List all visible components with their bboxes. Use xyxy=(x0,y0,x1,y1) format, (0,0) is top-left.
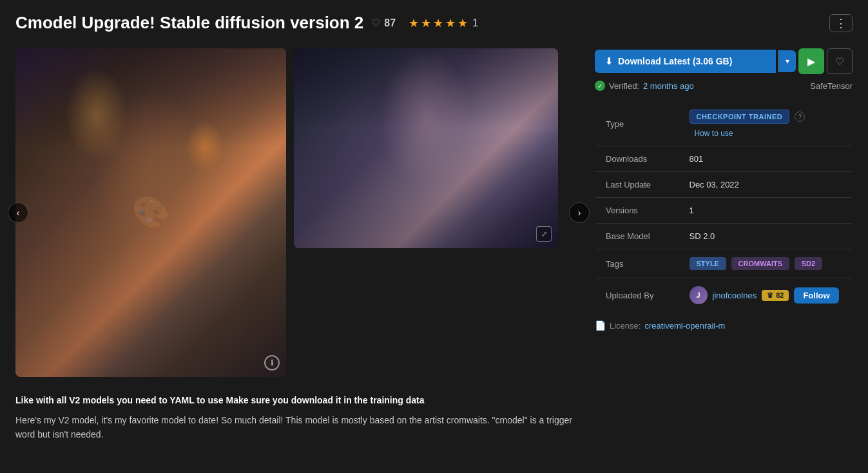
description-bold: Like with all V2 models you need to YAML… xyxy=(15,395,579,405)
wishlist-button[interactable]: ♡ xyxy=(827,48,853,74)
how-to-use-link[interactable]: How to use xyxy=(695,129,733,138)
avatar: J xyxy=(690,286,708,304)
versions-value: 1 xyxy=(679,198,853,224)
last-update-label: Last Update xyxy=(595,172,679,198)
license-label: License: xyxy=(610,321,641,331)
verified-badge-icon: ✓ xyxy=(595,81,605,91)
uploader-cell: J jinofcoolnes ♛ 82 Follow xyxy=(690,286,842,304)
crown-badge: ♛ 82 xyxy=(762,290,789,301)
verified-left: ✓ Verified: 2 months ago xyxy=(595,81,694,91)
download-icon: ⬇ xyxy=(605,56,613,66)
base-model-value: SD 2.0 xyxy=(679,224,853,249)
downloads-label: Downloads xyxy=(595,146,679,172)
play-icon: ▶ xyxy=(807,55,815,68)
uploader-score: 82 xyxy=(776,291,784,299)
last-update-value: Dec 03, 2022 xyxy=(679,172,853,198)
image-expand-icon[interactable]: ⤢ xyxy=(536,226,552,242)
gallery-image-2: ⤢ xyxy=(294,48,558,248)
tag-cromwaits[interactable]: CROMWAITS xyxy=(731,257,789,270)
tag-style[interactable]: STYLE xyxy=(690,257,726,270)
star-1: ★ xyxy=(409,16,419,30)
license-link[interactable]: creativeml-openrail-m xyxy=(644,321,725,331)
verified-row: ✓ Verified: 2 months ago SafeTensor xyxy=(595,81,853,91)
star-3: ★ xyxy=(433,16,443,30)
type-help-icon[interactable]: ? xyxy=(795,111,805,122)
description-text: Here's my V2 model, it's my favorite mod… xyxy=(15,413,579,442)
download-chevron-button[interactable]: ▾ xyxy=(778,50,796,72)
image-placeholder-2 xyxy=(294,48,558,248)
info-panel: ⬇ Download Latest (3.06 GB) ▾ ▶ ♡ ✓ Veri… xyxy=(595,48,853,442)
license-icon: 📄 xyxy=(595,320,606,331)
checkpoint-badge: CHECKPOINT TRAINED xyxy=(690,110,790,124)
crown-icon: ♛ xyxy=(767,291,773,300)
base-model-row: Base Model SD 2.0 xyxy=(595,224,853,249)
license-row: 📄 License: creativeml-openrail-m xyxy=(595,320,853,331)
type-row: Type CHECKPOINT TRAINED ? How to use xyxy=(595,102,853,146)
page-header: Cmodel Upgrade! Stable diffusion version… xyxy=(15,13,853,33)
versions-label: Versions xyxy=(595,198,679,224)
gallery-image-1: ℹ xyxy=(15,48,286,377)
play-button[interactable]: ▶ xyxy=(798,48,824,74)
wishlist-icon: ♡ xyxy=(835,55,844,68)
image-placeholder-1 xyxy=(15,48,286,377)
heart-icon[interactable]: ♡ xyxy=(371,17,380,29)
images-container: ‹ ℹ ⤢ › xyxy=(15,48,579,377)
more-options-button[interactable]: ⋮ xyxy=(829,14,853,32)
main-content: ‹ ℹ ⤢ › Like with all V2 models you need… xyxy=(15,48,853,442)
star-rating: ★ ★ ★ ★ ★ 1 xyxy=(409,16,478,30)
header-left: Cmodel Upgrade! Stable diffusion version… xyxy=(15,13,478,33)
download-bar: ⬇ Download Latest (3.06 GB) ▾ ▶ ♡ xyxy=(595,48,853,74)
tags-value-cell: STYLE CROMWAITS SD2 xyxy=(679,249,853,278)
download-button[interactable]: ⬇ Download Latest (3.06 GB) xyxy=(595,50,776,73)
uploaded-by-row: Uploaded By J jinofcoolnes ♛ 82 Follow xyxy=(595,278,853,313)
type-value-cell: CHECKPOINT TRAINED ? How to use xyxy=(679,102,853,146)
follow-button[interactable]: Follow xyxy=(794,287,838,304)
info-table: Type CHECKPOINT TRAINED ? How to use Dow… xyxy=(595,101,853,313)
star-2: ★ xyxy=(421,16,431,30)
type-label: Type xyxy=(595,102,679,146)
tags-row: Tags STYLE CROMWAITS SD2 xyxy=(595,249,853,278)
download-label: Download Latest (3.06 GB) xyxy=(618,56,732,66)
gallery-section: ‹ ℹ ⤢ › Like with all V2 models you need… xyxy=(15,48,579,442)
image-info-icon[interactable]: ℹ xyxy=(264,355,280,371)
page-container: Cmodel Upgrade! Stable diffusion version… xyxy=(0,0,868,455)
review-count: 1 xyxy=(472,17,478,29)
versions-row: Versions 1 xyxy=(595,198,853,224)
uploaded-by-label: Uploaded By xyxy=(595,278,679,313)
type-cell: CHECKPOINT TRAINED ? How to use xyxy=(690,110,842,138)
downloads-value: 801 xyxy=(679,146,853,172)
description-section: Like with all V2 models you need to YAML… xyxy=(15,395,579,442)
like-section: ♡ 87 xyxy=(371,17,396,29)
tag-sd2[interactable]: SD2 xyxy=(795,257,822,270)
base-model-label: Base Model xyxy=(595,224,679,249)
downloads-row: Downloads 801 xyxy=(595,146,853,172)
like-count: 87 xyxy=(384,17,396,29)
page-title: Cmodel Upgrade! Stable diffusion version… xyxy=(15,13,363,33)
uploaded-by-cell: J jinofcoolnes ♛ 82 Follow xyxy=(679,278,853,313)
next-image-button[interactable]: › xyxy=(569,202,590,223)
last-update-row: Last Update Dec 03, 2022 xyxy=(595,172,853,198)
prev-image-button[interactable]: ‹ xyxy=(8,202,28,223)
star-4: ★ xyxy=(445,16,456,30)
safe-tensor-label: SafeTensor xyxy=(810,81,853,91)
verified-label: Verified: xyxy=(609,81,639,91)
uploader-name[interactable]: jinofcoolnes xyxy=(713,291,757,300)
verified-time-link[interactable]: 2 months ago xyxy=(643,81,694,91)
star-5: ★ xyxy=(458,16,468,30)
tags-label: Tags xyxy=(595,249,679,278)
